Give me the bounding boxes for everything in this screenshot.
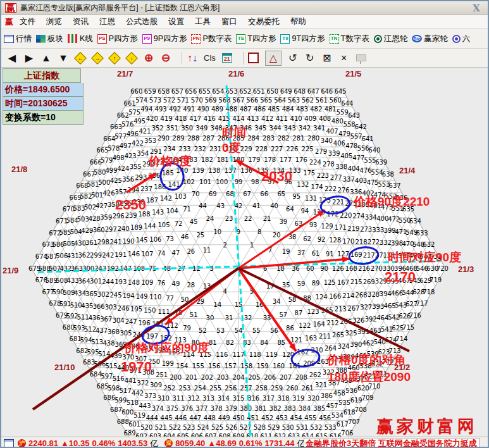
hexagon-cell: 517 — [120, 387, 132, 394]
hexagon-cell: 497 — [120, 142, 132, 149]
projector-icon — [356, 54, 366, 61]
hexagon-cell: 563 — [288, 97, 300, 104]
hexagon-cell: 228 — [256, 146, 268, 152]
box-select-icon[interactable]: ⊠ — [321, 51, 333, 65]
diamond-left-icon[interactable]: ← — [75, 51, 86, 65]
hexagon-cell: 324 — [338, 343, 350, 350]
up-arrow-icon[interactable]: ▲ — [40, 51, 52, 65]
menu-item-2[interactable]: 资讯 — [73, 16, 89, 27]
hexagon-cell: 442 — [132, 390, 144, 397]
diamond-right-icon[interactable]: → — [92, 51, 103, 65]
hexagon-cell: 163 — [305, 335, 317, 342]
toolbar-button-T数字表[interactable]: TNT数字表 — [330, 34, 369, 44]
menu-item-8[interactable]: 交易委托 — [248, 16, 280, 27]
hexagon-cell: 465 — [384, 302, 396, 309]
zoom-out-icon[interactable]: ⊖ — [160, 51, 171, 65]
toolbar-button-9T四方形[interactable]: T99T四方形 — [280, 34, 325, 44]
menu-item-3[interactable]: 江恩 — [99, 16, 115, 27]
price-time-icon[interactable]: ↑↓ — [187, 51, 198, 65]
hexagon-cell: 567 — [232, 97, 244, 104]
hexagon-cell: 200 — [170, 374, 182, 381]
hexagon-cell: 354 — [137, 150, 149, 157]
toolbar-button-赢家轮[interactable]: Bio赢家轮 — [412, 34, 448, 44]
hexagon-cell: 201 — [185, 374, 197, 381]
rotate-ccw-icon[interactable]: ↺ — [287, 51, 299, 65]
toolbar-button-K线[interactable]: K线 — [68, 34, 93, 44]
hexagon-cell: 533 — [325, 424, 337, 431]
triangle-tool-icon[interactable]: △ — [265, 51, 282, 66]
hexagon-cell: 458 — [333, 390, 345, 397]
menu-item-9[interactable]: 帮助 — [290, 16, 306, 27]
hexagon-cell: 8 — [257, 228, 261, 235]
hexagon-cell: 573 — [149, 97, 161, 104]
menu-item-7[interactable]: 窗口 — [221, 16, 237, 27]
menu-item-6[interactable]: 工具 — [195, 16, 211, 27]
hexagon-cell: 350 — [181, 125, 193, 132]
square-tool-icon[interactable] — [248, 51, 259, 65]
hexagon-cell: 493 — [155, 106, 167, 113]
hexagon-cell: 20 — [273, 232, 281, 239]
hexagon-cell: 719 — [430, 277, 442, 283]
hexagon-cell: 337 — [343, 176, 355, 183]
hexagon-cell: 139 — [192, 167, 204, 174]
hexagon-cell: 181 — [217, 156, 229, 163]
hexagon-cell: 216 — [358, 265, 370, 272]
hexagon-cell: 634 — [409, 218, 421, 225]
back-arrow-icon[interactable]: ◀ — [6, 51, 18, 65]
hexagon-cell: 662 — [117, 112, 129, 119]
close-button[interactable]: X — [469, 3, 484, 14]
hexagon-cell: 157 — [225, 363, 237, 370]
hexagon-cell: 518 — [127, 399, 139, 406]
hexagon-cell: 406 — [333, 140, 345, 147]
projector-icon[interactable] — [356, 51, 367, 65]
toolbar-button-9P四方形[interactable]: P99P四方形 — [142, 34, 187, 44]
calendar-icon[interactable]: 21 — [221, 51, 233, 65]
menu-item-1[interactable]: 浏览 — [46, 16, 62, 27]
menu-item-5[interactable]: 设置 — [168, 16, 184, 27]
toolbar-button-江恩轮[interactable]: 江恩轮 — [374, 34, 408, 44]
toolbar-button-T四方形[interactable]: TST四方形 — [236, 34, 276, 44]
cls-button[interactable]: Cls — [204, 51, 216, 65]
hexagon-cell: 66 — [260, 190, 268, 197]
hexagon-cell: 85 — [277, 339, 285, 346]
down-arrow-icon[interactable]: ▼ — [58, 51, 69, 65]
hexagon-cell: 489 — [211, 106, 223, 113]
hexagon-cell: 372 — [137, 380, 149, 387]
diamond-up-icon[interactable]: ↑ — [109, 51, 120, 65]
toolbar-button-行情[interactable]: 行情 — [4, 34, 32, 44]
hexagon-cell: 244 — [102, 278, 114, 285]
hexagon-cell: 720 — [436, 265, 449, 272]
news-ticker[interactable]: 金融界股价3天翻倍 互联网金融受国务院力挺成 — [304, 438, 480, 448]
hexagon-cell: 150 — [144, 307, 156, 314]
rotate-cw-icon[interactable]: ↻ — [304, 51, 316, 65]
gann-hexagon-chart[interactable]: 1234567891011121314151617181920212223242… — [1, 68, 489, 437]
forward-arrow-icon[interactable]: ▶ — [23, 51, 35, 65]
toolbar-button-P数字表[interactable]: PNP数字表 — [191, 34, 232, 44]
hexagon-cell: 341 — [313, 125, 325, 132]
toolbar-button-P四方形[interactable]: PSP四方形 — [97, 34, 138, 44]
hexagon-cell: 367 — [100, 316, 112, 323]
hexagon-cell: 516 — [113, 375, 125, 382]
diamond-down-icon: ↓ — [125, 52, 138, 65]
hexagon-cell: 486 — [254, 106, 266, 113]
hexagon-cell: 196 — [138, 320, 150, 327]
hexagon-cell: 592 — [66, 313, 78, 320]
hexagon-cell: 233 — [179, 146, 191, 152]
hexagon-cell: 418 — [175, 115, 187, 122]
toolbar-button-板块[interactable]: 板块 — [36, 34, 63, 44]
hexagon-cell: 30 — [206, 314, 214, 321]
hexagon-cell: 376 — [181, 405, 193, 412]
hexagon-cell: 405 — [340, 152, 352, 159]
collapse-icon[interactable]: × — [338, 51, 350, 65]
hexagon-cell: 496 — [127, 130, 139, 137]
menu-item-0[interactable]: 文件 — [20, 16, 35, 27]
diamond-down-icon[interactable]: ↓ — [126, 51, 137, 65]
menu-item-4[interactable]: 公式选股 — [126, 16, 158, 27]
quotes-grid-icon[interactable] — [4, 439, 14, 447]
toolbar-button-六[interactable]: 六 — [452, 34, 471, 44]
hexagon-cell: 168 — [345, 265, 357, 272]
hexagon-cell: 503 — [77, 216, 89, 223]
hexagon-cell: 191 — [115, 251, 127, 258]
hexagon-cell: 399 — [384, 227, 396, 234]
zoom-in-icon[interactable]: ⊕ — [143, 51, 154, 65]
